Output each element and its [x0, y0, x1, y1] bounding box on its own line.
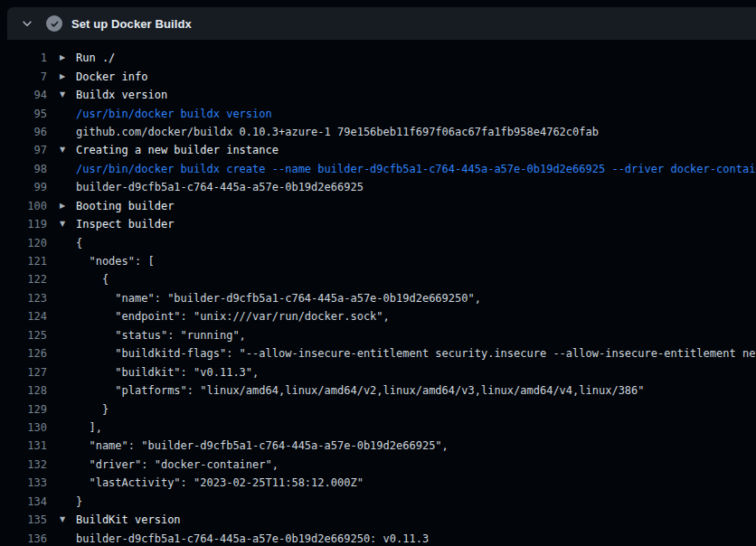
- log-line: 122 {: [0, 270, 756, 288]
- line-number[interactable]: 94: [0, 89, 47, 101]
- step-header[interactable]: Set up Docker Buildx: [7, 7, 756, 40]
- log-text: /usr/bin/docker buildx create --name bui…: [76, 163, 756, 175]
- log-line: 125 "status": "running",: [0, 326, 756, 344]
- log-text: "name": "builder-d9cfb5a1-c764-445a-a57e…: [76, 439, 449, 452]
- line-number[interactable]: 99: [0, 181, 47, 193]
- log-text: ],: [76, 421, 102, 434]
- line-number[interactable]: 1: [0, 52, 47, 64]
- log-text: }: [76, 495, 82, 508]
- log-group-line[interactable]: 100 ▶ Booting builder: [0, 197, 756, 215]
- log-line: 126 "buildkitd-flags": "--allow-insecure…: [0, 344, 756, 362]
- line-number[interactable]: 128: [0, 384, 47, 397]
- log-text: Run ./: [76, 52, 115, 64]
- log-line: 136 builder-d9cfb5a1-c764-445a-a57e-0b19…: [0, 529, 756, 546]
- group-collapsed-icon[interactable]: ▶: [60, 202, 76, 210]
- log-line: 132 "driver": "docker-container",: [0, 456, 756, 474]
- line-number[interactable]: 7: [0, 71, 47, 83]
- group-collapsed-icon[interactable]: ▶: [60, 54, 76, 61]
- line-number[interactable]: 97: [0, 144, 47, 156]
- log-group-line[interactable]: 97 ▼ Creating a new builder instance: [0, 141, 756, 159]
- log-text: "lastActivity": "2023-02-25T11:58:12.000…: [76, 476, 364, 489]
- line-number[interactable]: 121: [0, 255, 47, 268]
- line-number[interactable]: 95: [0, 108, 47, 120]
- log-text: builder-d9cfb5a1-c764-445a-a57e-0b19d2e6…: [76, 532, 429, 545]
- log-text: "buildkitd-flags": "--allow-insecure-ent…: [76, 347, 756, 360]
- log-line: 99 builder-d9cfb5a1-c764-445a-a57e-0b19d…: [0, 178, 756, 196]
- log-line: 123 "name": "builder-d9cfb5a1-c764-445a-…: [0, 289, 756, 307]
- log-line: 134 }: [0, 493, 756, 511]
- step-title: Set up Docker Buildx: [71, 17, 192, 31]
- line-number[interactable]: 134: [0, 495, 47, 508]
- line-number[interactable]: 96: [0, 126, 47, 138]
- log-text: }: [76, 403, 109, 416]
- log-text: github.com/docker/buildx 0.10.3+azure-1 …: [76, 126, 599, 138]
- line-number[interactable]: 123: [0, 292, 47, 305]
- group-collapsed-icon[interactable]: ▶: [60, 73, 76, 80]
- log-line: 98 /usr/bin/docker buildx create --name …: [0, 160, 756, 178]
- log-text: Buildx version: [76, 89, 167, 101]
- log-text: "endpoint": "unix:///var/run/docker.sock…: [76, 310, 390, 323]
- log-text: Inspect builder: [76, 218, 174, 231]
- log-line: 129 }: [0, 400, 756, 418]
- line-number[interactable]: 119: [0, 218, 47, 231]
- log-text: "nodes": [: [76, 255, 155, 268]
- log-text: Docker info: [76, 71, 147, 83]
- log-line: 96 github.com/docker/buildx 0.10.3+azure…: [0, 123, 756, 141]
- log-line: 95 /usr/bin/docker buildx version: [0, 104, 756, 122]
- log-text: "status": "running",: [76, 329, 246, 342]
- group-expanded-icon[interactable]: ▼: [60, 221, 76, 228]
- log-line: 121 "nodes": [: [0, 252, 756, 270]
- line-number[interactable]: 135: [0, 513, 47, 526]
- log-output: 1 ▶ Run ./ 7 ▶ Docker info 94 ▼ Buildx v…: [0, 40, 756, 546]
- log-text: BuildKit version: [76, 513, 181, 526]
- line-number[interactable]: 120: [0, 237, 47, 249]
- line-number[interactable]: 122: [0, 273, 47, 286]
- log-text: Creating a new builder instance: [76, 144, 279, 156]
- line-number[interactable]: 124: [0, 310, 47, 323]
- log-group-line[interactable]: 94 ▼ Buildx version: [0, 86, 756, 104]
- line-number[interactable]: 126: [0, 347, 47, 360]
- chevron-down-icon[interactable]: [16, 13, 38, 34]
- group-expanded-icon[interactable]: ▼: [60, 146, 76, 154]
- log-line: 133 "lastActivity": "2023-02-25T11:58:12…: [0, 474, 756, 492]
- line-number[interactable]: 127: [0, 366, 47, 379]
- log-text: "platforms": "linux/amd64,linux/amd64/v2…: [76, 384, 645, 397]
- log-text: {: [76, 237, 82, 249]
- log-text: Booting builder: [76, 200, 174, 212]
- line-number[interactable]: 136: [0, 532, 47, 545]
- line-number[interactable]: 132: [0, 458, 47, 471]
- group-expanded-icon[interactable]: ▼: [60, 516, 76, 523]
- line-number[interactable]: 125: [0, 329, 47, 342]
- log-line: 128 "platforms": "linux/amd64,linux/amd6…: [0, 381, 756, 400]
- line-number[interactable]: 100: [0, 200, 47, 212]
- log-line: 131 "name": "builder-d9cfb5a1-c764-445a-…: [0, 437, 756, 455]
- log-group-line[interactable]: 7 ▶ Docker info: [0, 67, 756, 85]
- line-number[interactable]: 131: [0, 439, 47, 452]
- line-number[interactable]: 129: [0, 403, 47, 416]
- log-text: /usr/bin/docker buildx version: [76, 108, 272, 120]
- log-line: 120 {: [0, 233, 756, 251]
- log-text: {: [76, 273, 109, 286]
- log-line: 127 "buildkit": "v0.11.3",: [0, 362, 756, 381]
- log-text: "driver": "docker-container",: [76, 458, 279, 471]
- log-group-line[interactable]: 1 ▶ Run ./: [0, 49, 756, 67]
- log-text: "name": "builder-d9cfb5a1-c764-445a-a57e…: [76, 292, 481, 305]
- log-group-line[interactable]: 135 ▼ BuildKit version: [0, 511, 756, 529]
- group-expanded-icon[interactable]: ▼: [60, 91, 76, 99]
- line-number[interactable]: 98: [0, 163, 47, 175]
- line-number[interactable]: 133: [0, 476, 47, 489]
- log-line: 124 "endpoint": "unix:///var/run/docker.…: [0, 307, 756, 325]
- log-text: "buildkit": "v0.11.3",: [76, 366, 259, 379]
- line-number[interactable]: 130: [0, 421, 47, 434]
- log-text: builder-d9cfb5a1-c764-445a-a57e-0b19d2e6…: [76, 181, 364, 193]
- log-line: 130 ],: [0, 419, 756, 437]
- check-circle-icon: [46, 15, 62, 32]
- log-group-line[interactable]: 119 ▼ Inspect builder: [0, 215, 756, 233]
